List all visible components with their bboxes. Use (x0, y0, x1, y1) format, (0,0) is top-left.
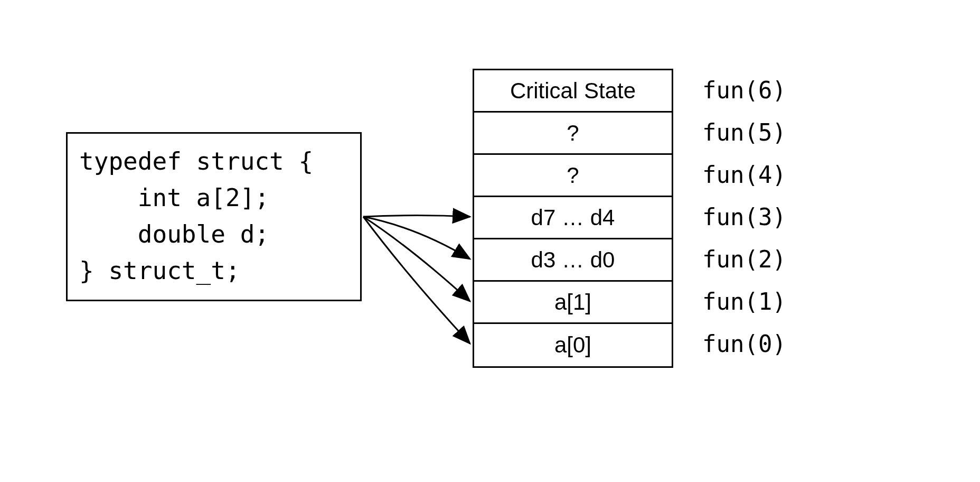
fun-label-2: fun(2) (702, 238, 786, 280)
stack-row-q1: ? (474, 113, 672, 155)
stack-row-d74: d7 … d4 (474, 197, 672, 239)
fun-label-4: fun(4) (702, 153, 786, 196)
fun-labels: fun(6) fun(5) fun(4) fun(3) fun(2) fun(1… (702, 69, 786, 365)
arrow-to-a1 (363, 217, 470, 301)
code-line-3: double d; (79, 216, 348, 253)
stack-table: Critical State ? ? d7 … d4 d3 … d0 a[1] … (473, 69, 673, 368)
stack-row-critical: Critical State (474, 70, 672, 113)
arrow-to-a0 (363, 217, 470, 344)
code-line-1: typedef struct { (79, 143, 348, 180)
fun-label-6: fun(6) (702, 69, 786, 111)
stack-row-q2: ? (474, 155, 672, 197)
code-line-2: int a[2]; (79, 180, 348, 216)
arrow-to-d30 (363, 217, 470, 259)
fun-label-3: fun(3) (702, 196, 786, 238)
fun-label-1: fun(1) (702, 280, 786, 322)
code-line-4: } struct_t; (79, 253, 348, 289)
code-box: typedef struct { int a[2]; double d; } s… (66, 132, 362, 301)
arrow-to-d74 (363, 216, 470, 217)
stack-row-d30: d3 … d0 (474, 239, 672, 282)
fun-label-5: fun(5) (702, 111, 786, 153)
fun-label-0: fun(0) (702, 322, 786, 365)
stack-row-a0: a[0] (474, 324, 672, 366)
stack-row-a1: a[1] (474, 282, 672, 324)
